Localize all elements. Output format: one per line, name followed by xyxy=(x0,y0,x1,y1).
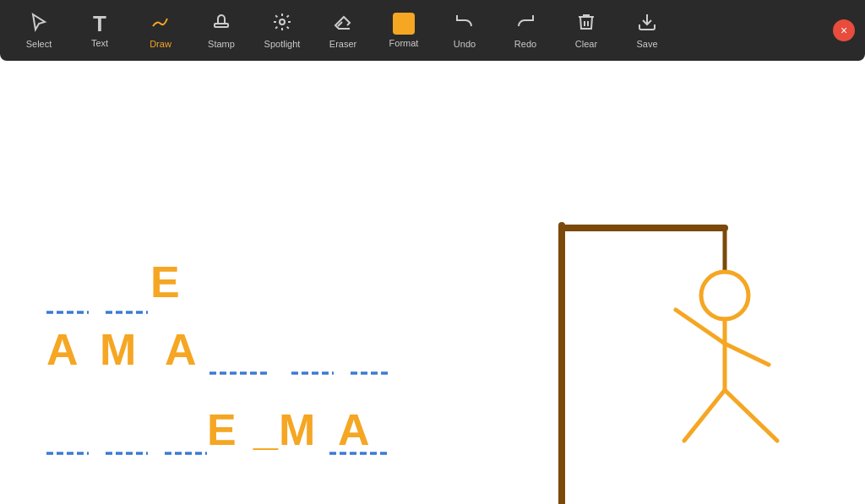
clear-label: Clear xyxy=(575,39,597,49)
text-label: Text xyxy=(91,38,108,48)
letter-e-top: E xyxy=(150,257,180,306)
svg-point-1 xyxy=(280,19,285,24)
svg-point-24 xyxy=(701,272,748,319)
redo-label: Redo xyxy=(514,39,536,49)
letter-m: M xyxy=(100,325,136,374)
draw-tool-button[interactable]: Draw xyxy=(132,3,189,57)
eraser-icon xyxy=(333,12,353,35)
save-label: Save xyxy=(636,39,657,49)
letter-e-bottom: E xyxy=(207,405,237,454)
undo-label: Undo xyxy=(454,39,476,49)
spotlight-label: Spotlight xyxy=(264,39,301,49)
svg-line-7 xyxy=(287,27,289,29)
spotlight-tool-button[interactable]: Spotlight xyxy=(253,3,311,57)
svg-line-28 xyxy=(684,390,725,441)
redo-icon xyxy=(515,12,536,35)
format-label: Format xyxy=(389,38,419,48)
stamp-label: Stamp xyxy=(208,39,235,49)
format-tool-button[interactable]: Format xyxy=(375,3,432,57)
text-icon: T xyxy=(93,13,106,35)
draw-icon xyxy=(150,12,171,35)
svg-line-26 xyxy=(676,310,725,344)
redo-tool-button[interactable]: Redo xyxy=(497,3,554,57)
letter-a2: A xyxy=(165,325,197,374)
toolbar: Select T Text Draw Stamp xyxy=(0,0,865,61)
close-button[interactable]: × xyxy=(833,19,855,41)
eraser-label: Eraser xyxy=(329,39,356,49)
svg-line-6 xyxy=(275,15,277,17)
select-label: Select xyxy=(26,39,52,49)
undo-tool-button[interactable]: Undo xyxy=(436,3,493,57)
draw-label: Draw xyxy=(150,39,171,49)
save-icon xyxy=(637,12,657,35)
letter-a1: A xyxy=(46,325,79,374)
drawing-svg: E A M A E _ M A xyxy=(0,61,865,504)
eraser-tool-button[interactable]: Eraser xyxy=(314,3,372,57)
clear-icon xyxy=(576,12,596,35)
save-tool-button[interactable]: Save xyxy=(618,3,676,57)
svg-line-9 xyxy=(287,15,289,17)
canvas-area[interactable]: E A M A E _ M A xyxy=(0,61,865,504)
stamp-tool-button[interactable]: Stamp xyxy=(193,3,250,57)
svg-line-27 xyxy=(725,344,769,365)
spotlight-icon xyxy=(272,12,292,35)
clear-tool-button[interactable]: Clear xyxy=(558,3,615,57)
svg-rect-0 xyxy=(215,24,228,27)
stamp-icon xyxy=(211,12,231,35)
svg-line-29 xyxy=(725,390,777,441)
text-tool-button[interactable]: T Text xyxy=(71,3,128,57)
letter-m-bottom: M xyxy=(279,405,315,454)
select-tool-button[interactable]: Select xyxy=(10,3,68,57)
undo-icon xyxy=(454,12,475,35)
format-icon xyxy=(393,13,415,35)
letter-underscore: _ xyxy=(253,405,279,454)
close-icon: × xyxy=(841,24,847,37)
select-icon xyxy=(29,12,49,35)
svg-line-8 xyxy=(275,27,277,29)
letter-a-bottom: A xyxy=(338,405,370,454)
